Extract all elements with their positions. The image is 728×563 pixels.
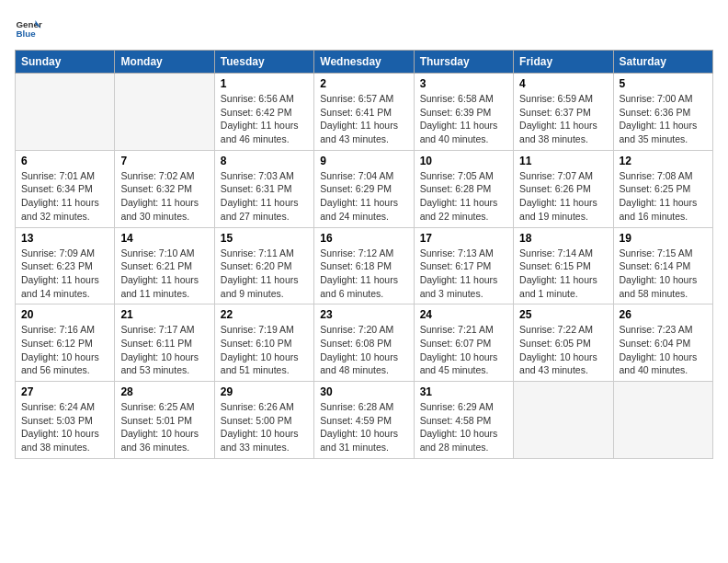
day-number: 11 — [519, 155, 607, 167]
day-info: Sunrise: 6:24 AM Sunset: 5:03 PM Dayligh… — [21, 400, 108, 454]
day-number: 27 — [21, 385, 108, 398]
day-number: 7 — [120, 155, 208, 167]
column-header-monday: Monday — [115, 51, 214, 74]
column-header-friday: Friday — [514, 51, 613, 74]
day-info: Sunrise: 7:02 AM Sunset: 6:32 PM Dayligh… — [120, 169, 208, 224]
day-cell-1: 1Sunrise: 6:56 AM Sunset: 6:42 PM Daylig… — [214, 74, 313, 151]
day-cell-30: 30Sunrise: 6:28 AM Sunset: 4:59 PM Dayli… — [314, 382, 414, 459]
day-info: Sunrise: 6:25 AM Sunset: 5:01 PM Dayligh… — [120, 400, 208, 454]
day-number: 29 — [221, 385, 308, 398]
day-number: 6 — [21, 155, 108, 167]
empty-cell — [613, 382, 712, 459]
day-info: Sunrise: 7:00 AM Sunset: 6:36 PM Dayligh… — [620, 92, 707, 146]
day-number: 3 — [420, 77, 507, 90]
day-number: 2 — [320, 77, 407, 90]
day-cell-17: 17Sunrise: 7:13 AM Sunset: 6:17 PM Dayli… — [414, 227, 513, 304]
day-cell-2: 2Sunrise: 6:57 AM Sunset: 6:41 PM Daylig… — [314, 74, 414, 151]
day-number: 26 — [620, 308, 707, 321]
day-number: 10 — [420, 155, 507, 167]
svg-text:General: General — [17, 19, 43, 29]
week-row-1: 1Sunrise: 6:56 AM Sunset: 6:42 PM Daylig… — [16, 74, 713, 151]
day-number: 23 — [320, 308, 407, 321]
day-cell-4: 4Sunrise: 6:59 AM Sunset: 6:37 PM Daylig… — [514, 74, 613, 151]
day-info: Sunrise: 7:22 AM Sunset: 6:05 PM Dayligh… — [519, 323, 607, 377]
day-info: Sunrise: 6:59 AM Sunset: 6:37 PM Dayligh… — [519, 92, 607, 146]
day-number: 19 — [620, 232, 707, 245]
day-number: 13 — [21, 232, 108, 245]
logo-icon: General Blue — [15, 15, 42, 42]
day-number: 28 — [120, 385, 208, 398]
day-cell-20: 20Sunrise: 7:16 AM Sunset: 6:12 PM Dayli… — [16, 304, 115, 382]
day-cell-3: 3Sunrise: 6:58 AM Sunset: 6:39 PM Daylig… — [414, 74, 513, 151]
day-cell-15: 15Sunrise: 7:11 AM Sunset: 6:20 PM Dayli… — [214, 227, 313, 304]
day-number: 18 — [519, 232, 607, 245]
day-number: 16 — [320, 232, 407, 245]
day-cell-9: 9Sunrise: 7:04 AM Sunset: 6:29 PM Daylig… — [314, 150, 414, 227]
day-cell-11: 11Sunrise: 7:07 AM Sunset: 6:26 PM Dayli… — [514, 150, 613, 227]
day-number: 21 — [120, 308, 208, 321]
empty-cell — [115, 74, 214, 151]
calendar-header-row: SundayMondayTuesdayWednesdayThursdayFrid… — [16, 51, 713, 74]
day-number: 20 — [21, 308, 108, 321]
day-info: Sunrise: 7:16 AM Sunset: 6:12 PM Dayligh… — [21, 323, 108, 377]
day-number: 17 — [420, 232, 507, 245]
day-cell-27: 27Sunrise: 6:24 AM Sunset: 5:03 PM Dayli… — [16, 382, 115, 459]
column-header-thursday: Thursday — [414, 51, 513, 74]
day-info: Sunrise: 7:12 AM Sunset: 6:18 PM Dayligh… — [320, 247, 407, 301]
day-cell-13: 13Sunrise: 7:09 AM Sunset: 6:23 PM Dayli… — [16, 227, 115, 304]
day-info: Sunrise: 7:21 AM Sunset: 6:07 PM Dayligh… — [420, 323, 507, 377]
day-cell-21: 21Sunrise: 7:17 AM Sunset: 6:11 PM Dayli… — [115, 304, 214, 382]
day-cell-12: 12Sunrise: 7:08 AM Sunset: 6:25 PM Dayli… — [613, 150, 712, 227]
day-info: Sunrise: 7:15 AM Sunset: 6:14 PM Dayligh… — [620, 247, 707, 301]
day-info: Sunrise: 6:28 AM Sunset: 4:59 PM Dayligh… — [320, 400, 407, 454]
day-cell-18: 18Sunrise: 7:14 AM Sunset: 6:15 PM Dayli… — [514, 227, 613, 304]
week-row-4: 20Sunrise: 7:16 AM Sunset: 6:12 PM Dayli… — [16, 304, 713, 382]
day-number: 12 — [620, 155, 707, 167]
day-number: 1 — [221, 77, 308, 90]
day-info: Sunrise: 7:20 AM Sunset: 6:08 PM Dayligh… — [320, 323, 407, 377]
day-number: 8 — [221, 155, 308, 167]
week-row-2: 6Sunrise: 7:01 AM Sunset: 6:34 PM Daylig… — [16, 150, 713, 227]
day-info: Sunrise: 7:11 AM Sunset: 6:20 PM Dayligh… — [221, 247, 308, 301]
day-cell-24: 24Sunrise: 7:21 AM Sunset: 6:07 PM Dayli… — [414, 304, 513, 382]
day-number: 4 — [519, 77, 607, 90]
svg-text:Blue: Blue — [17, 29, 37, 39]
day-info: Sunrise: 7:08 AM Sunset: 6:25 PM Dayligh… — [620, 169, 707, 224]
day-cell-25: 25Sunrise: 7:22 AM Sunset: 6:05 PM Dayli… — [514, 304, 613, 382]
logo: General Blue — [15, 15, 42, 42]
day-cell-16: 16Sunrise: 7:12 AM Sunset: 6:18 PM Dayli… — [314, 227, 414, 304]
day-cell-23: 23Sunrise: 7:20 AM Sunset: 6:08 PM Dayli… — [314, 304, 414, 382]
day-info: Sunrise: 6:57 AM Sunset: 6:41 PM Dayligh… — [320, 92, 407, 146]
day-info: Sunrise: 7:17 AM Sunset: 6:11 PM Dayligh… — [120, 323, 208, 377]
column-header-saturday: Saturday — [613, 51, 712, 74]
day-number: 31 — [420, 385, 507, 398]
column-header-tuesday: Tuesday — [214, 51, 313, 74]
day-number: 14 — [120, 232, 208, 245]
day-info: Sunrise: 7:23 AM Sunset: 6:04 PM Dayligh… — [620, 323, 707, 377]
day-info: Sunrise: 7:13 AM Sunset: 6:17 PM Dayligh… — [420, 247, 507, 301]
day-cell-28: 28Sunrise: 6:25 AM Sunset: 5:01 PM Dayli… — [115, 382, 214, 459]
day-cell-22: 22Sunrise: 7:19 AM Sunset: 6:10 PM Dayli… — [214, 304, 313, 382]
page-header: General Blue — [15, 15, 713, 42]
day-cell-19: 19Sunrise: 7:15 AM Sunset: 6:14 PM Dayli… — [613, 227, 712, 304]
day-info: Sunrise: 7:04 AM Sunset: 6:29 PM Dayligh… — [320, 169, 407, 224]
day-cell-29: 29Sunrise: 6:26 AM Sunset: 5:00 PM Dayli… — [214, 382, 313, 459]
day-number: 30 — [320, 385, 407, 398]
day-info: Sunrise: 6:29 AM Sunset: 4:58 PM Dayligh… — [420, 400, 507, 454]
week-row-3: 13Sunrise: 7:09 AM Sunset: 6:23 PM Dayli… — [16, 227, 713, 304]
day-cell-10: 10Sunrise: 7:05 AM Sunset: 6:28 PM Dayli… — [414, 150, 513, 227]
day-info: Sunrise: 7:07 AM Sunset: 6:26 PM Dayligh… — [519, 169, 607, 224]
day-info: Sunrise: 7:19 AM Sunset: 6:10 PM Dayligh… — [221, 323, 308, 377]
empty-cell — [514, 382, 613, 459]
day-number: 22 — [221, 308, 308, 321]
day-info: Sunrise: 6:26 AM Sunset: 5:00 PM Dayligh… — [221, 400, 308, 454]
day-cell-5: 5Sunrise: 7:00 AM Sunset: 6:36 PM Daylig… — [613, 74, 712, 151]
day-number: 5 — [620, 77, 707, 90]
day-cell-6: 6Sunrise: 7:01 AM Sunset: 6:34 PM Daylig… — [16, 150, 115, 227]
day-cell-14: 14Sunrise: 7:10 AM Sunset: 6:21 PM Dayli… — [115, 227, 214, 304]
day-info: Sunrise: 6:58 AM Sunset: 6:39 PM Dayligh… — [420, 92, 507, 146]
day-number: 15 — [221, 232, 308, 245]
day-cell-26: 26Sunrise: 7:23 AM Sunset: 6:04 PM Dayli… — [613, 304, 712, 382]
day-info: Sunrise: 7:03 AM Sunset: 6:31 PM Dayligh… — [221, 169, 308, 224]
day-info: Sunrise: 7:01 AM Sunset: 6:34 PM Dayligh… — [21, 169, 108, 224]
